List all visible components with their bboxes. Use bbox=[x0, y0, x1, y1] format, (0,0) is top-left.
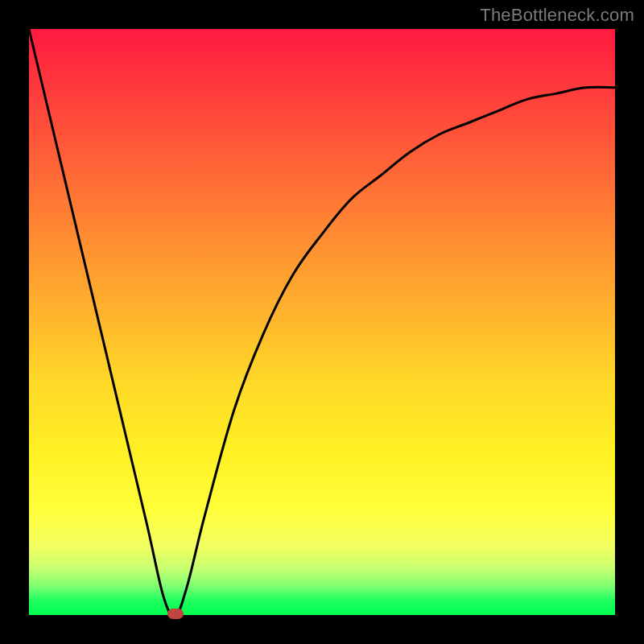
watermark-label: TheBottleneck.com bbox=[480, 5, 634, 26]
bottleneck-curve bbox=[29, 29, 615, 615]
curve-path bbox=[29, 29, 615, 616]
chart-frame: TheBottleneck.com bbox=[0, 0, 644, 644]
optimal-point-marker bbox=[167, 609, 184, 619]
plot-area bbox=[29, 29, 615, 615]
